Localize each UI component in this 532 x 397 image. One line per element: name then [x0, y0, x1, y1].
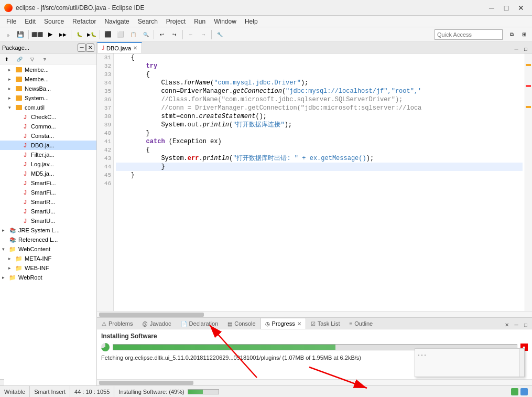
sidebar-minimize[interactable]: ─ — [78, 44, 86, 52]
tree-icon-1 — [15, 76, 23, 83]
tab-tasklist[interactable]: ☑ Task List — [306, 318, 345, 329]
tb-10[interactable]: ↩ — [156, 29, 168, 40]
tree-item-22[interactable]: ▸📁WebRoot — [0, 273, 96, 282]
tab-javadoc[interactable]: @ Javadoc — [137, 318, 176, 329]
open-perspective-button[interactable]: ⧉ — [506, 29, 517, 40]
tree-item-8[interactable]: JDBO.ja... — [0, 141, 96, 150]
minimize-button[interactable]: ─ — [485, 3, 498, 13]
menu-refactor[interactable]: Refactor — [68, 17, 100, 26]
line-numbers: 31323334353637383940414243444546 — [97, 53, 114, 311]
tree-item-19[interactable]: ▾📁WebContent — [0, 244, 96, 254]
tree-item-1[interactable]: ▸Membe... — [0, 74, 96, 84]
code-content[interactable]: { try { Class.forName("com.mysql.jdbc.Dr… — [114, 53, 525, 311]
tree-item-7[interactable]: JConsta... — [0, 131, 96, 141]
menu-window[interactable]: Window — [210, 17, 241, 26]
tab-outline[interactable]: ≡ Outline — [344, 318, 377, 329]
editor-tab-close[interactable]: ✕ — [133, 45, 137, 51]
tree-item-13[interactable]: JSmartFi... — [0, 188, 96, 197]
code-line-34: Class.forName("com.mysql.jdbc.Driver"); — [116, 79, 523, 87]
tree-item-16[interactable]: JSmartU... — [0, 216, 96, 226]
tree-item-5[interactable]: JCheckC... — [0, 112, 96, 122]
tb-new[interactable]: ⬦ — [2, 29, 14, 40]
tree-item-6[interactable]: JCommo... — [0, 122, 96, 131]
tree-label-5: CheckC... — [31, 114, 56, 120]
menu-project[interactable]: Project — [162, 17, 190, 26]
tree-icon-12: J — [21, 179, 29, 187]
tb-2[interactable]: ▶ — [45, 29, 56, 40]
sb-menu[interactable]: ▿ — [39, 53, 50, 65]
tab-progress[interactable]: ◷ Progress ✕ — [260, 318, 306, 329]
progress-title: Installing Software — [101, 332, 528, 340]
tb-save[interactable]: 💾 — [15, 29, 26, 40]
tb-6[interactable]: ⬛ — [102, 29, 114, 40]
quick-access-input[interactable] — [435, 29, 503, 40]
tree-item-0[interactable]: ▸Membe... — [0, 65, 96, 74]
menu-file[interactable]: File — [2, 17, 20, 26]
declaration-icon: 📄 — [181, 321, 187, 327]
menu-navigate[interactable]: Navigate — [100, 17, 133, 26]
tab-declaration[interactable]: 📄 Declaration — [176, 318, 223, 329]
tree-item-17[interactable]: ▸📚JRE System L... — [0, 226, 96, 235]
maximize-button[interactable]: □ — [500, 3, 513, 13]
tree-arrow-4: ▾ — [8, 105, 15, 110]
tree-item-15[interactable]: JSmartU... — [0, 207, 96, 216]
editor-vscrollbar[interactable] — [525, 53, 532, 311]
tb-14[interactable]: 🔧 — [214, 29, 225, 40]
menu-edit[interactable]: Edit — [20, 17, 40, 26]
tree-item-20[interactable]: ▸📁META-INF — [0, 254, 96, 263]
sidebar-hscroll[interactable] — [0, 379, 4, 385]
menu-search[interactable]: Search — [134, 17, 162, 26]
editor-hscrollbar[interactable] — [97, 311, 532, 317]
tree-item-18[interactable]: 📚Referenced L... — [0, 235, 96, 244]
tb-9[interactable]: 🔍 — [140, 29, 151, 40]
bottom-scroll-thumb — [99, 381, 193, 385]
editor-minimize[interactable]: ─ — [512, 45, 520, 53]
tree-item-12[interactable]: JSmartFi... — [0, 178, 96, 188]
sb-collapse[interactable]: ⬆ — [1, 53, 13, 65]
bottom-stop[interactable]: ✕ — [503, 320, 511, 329]
perspective-toggle[interactable]: ⊞ — [518, 29, 530, 40]
line-num-33: 33 — [99, 70, 111, 79]
tree-item-9[interactable]: JFilter.ja... — [0, 150, 96, 159]
tb-5[interactable]: ▶🐛 — [86, 29, 97, 40]
tree-item-14[interactable]: JSmartR... — [0, 197, 96, 207]
toolbar-sep-3 — [100, 30, 100, 39]
bottom-hscrollbar[interactable] — [97, 379, 532, 385]
sb-link[interactable]: 🔗 — [14, 53, 25, 65]
tb-11[interactable]: ↪ — [169, 29, 180, 40]
menu-help[interactable]: Help — [241, 17, 262, 26]
tree-item-11[interactable]: JMD5.ja... — [0, 169, 96, 178]
sb-filter[interactable]: ▽ — [26, 53, 38, 65]
editor-tab-dbo[interactable]: J DBO.java ✕ — [97, 42, 142, 53]
tree-item-10[interactable]: JLog.jav... — [0, 159, 96, 169]
tree-item-21[interactable]: ▸📁WEB-INF — [0, 263, 96, 273]
code-line-31: { — [116, 53, 523, 62]
tb-8[interactable]: 📋 — [127, 29, 139, 40]
tree-item-2[interactable]: ▸NewsBa... — [0, 84, 96, 93]
tb-3[interactable]: ▶▶ — [57, 29, 69, 40]
popup-vscroll[interactable] — [519, 349, 524, 377]
bottom-minimize[interactable]: ─ — [512, 320, 520, 329]
tab-problems[interactable]: ⚠ Problems — [97, 318, 137, 329]
tree-item-3[interactable]: ▸System... — [0, 93, 96, 103]
status-writable: Writable — [0, 386, 30, 397]
tab-console[interactable]: ▤ Console — [223, 318, 260, 329]
close-button[interactable]: ✕ — [514, 3, 528, 13]
tab-progress-close[interactable]: ✕ — [297, 321, 301, 327]
tb-12[interactable]: ← — [185, 29, 197, 40]
tree-label-21: WEB-INF — [25, 265, 49, 271]
tree-icon-4 — [15, 104, 23, 111]
menu-source[interactable]: Source — [40, 17, 68, 26]
sidebar-close[interactable]: ✕ — [86, 44, 94, 52]
tb-7[interactable]: ⬜ — [115, 29, 126, 40]
tb-13[interactable]: → — [198, 29, 209, 40]
progress-spinner-icon — [101, 343, 110, 351]
tree-item-4[interactable]: ▾com.util — [0, 103, 96, 112]
bottom-maximize[interactable]: □ — [522, 320, 530, 329]
tb-1[interactable]: ⬛⬛ — [31, 29, 44, 40]
package-explorer: Package... ─ ✕ ⬆ 🔗 ▽ ▿ ▸Membe...▸Membe..… — [0, 42, 97, 385]
tb-4[interactable]: 🐛 — [73, 29, 85, 40]
menu-run[interactable]: Run — [190, 17, 210, 26]
editor-maximize[interactable]: □ — [522, 45, 530, 53]
status-icon-1 — [511, 388, 518, 395]
